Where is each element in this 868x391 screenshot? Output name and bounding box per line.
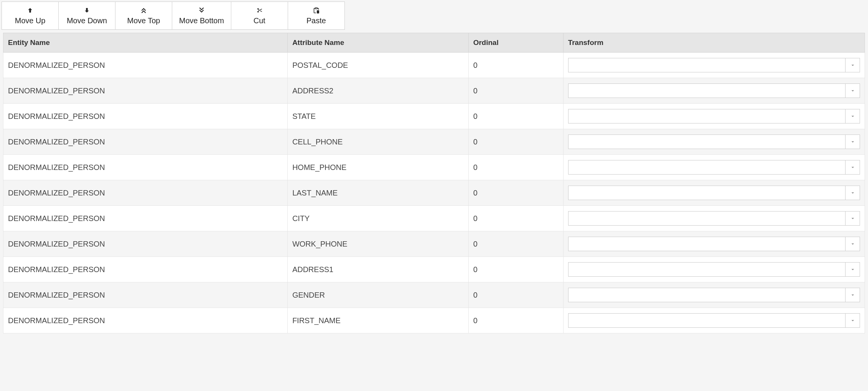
transform-input[interactable] xyxy=(569,314,845,327)
transform-combo[interactable] xyxy=(568,313,860,328)
table-row[interactable]: DENORMALIZED_PERSONGENDER0 xyxy=(3,282,865,308)
cell-ordinal[interactable]: 0 xyxy=(468,282,563,308)
paste-button[interactable]: Paste xyxy=(288,2,345,30)
cell-attribute-name[interactable]: STATE xyxy=(288,104,469,129)
cell-transform xyxy=(563,155,865,180)
cell-entity-name[interactable]: DENORMALIZED_PERSON xyxy=(3,53,288,78)
cell-attribute-name[interactable]: LAST_NAME xyxy=(288,180,469,206)
header-entity-name[interactable]: Entity Name xyxy=(3,33,288,53)
cell-ordinal[interactable]: 0 xyxy=(468,257,563,282)
cell-transform xyxy=(563,206,865,231)
cell-ordinal[interactable]: 0 xyxy=(468,155,563,180)
chevron-down-icon[interactable] xyxy=(845,58,860,72)
cell-attribute-name[interactable]: WORK_PHONE xyxy=(288,231,469,257)
transform-input[interactable] xyxy=(569,160,845,174)
cell-attribute-name[interactable]: HOME_PHONE xyxy=(288,155,469,180)
transform-combo[interactable] xyxy=(568,186,860,200)
cell-entity-name[interactable]: DENORMALIZED_PERSON xyxy=(3,180,288,206)
transform-input[interactable] xyxy=(569,263,845,276)
move-bottom-label: Move Bottom xyxy=(179,16,224,25)
cell-transform xyxy=(563,308,865,333)
table-row[interactable]: DENORMALIZED_PERSONFIRST_NAME0 xyxy=(3,308,865,333)
cell-ordinal[interactable]: 0 xyxy=(468,206,563,231)
transform-combo[interactable] xyxy=(568,58,860,72)
move-up-button[interactable]: Move Up xyxy=(2,2,59,30)
chevron-down-icon[interactable] xyxy=(845,288,860,302)
move-top-button[interactable]: Move Top xyxy=(115,2,172,30)
transform-input[interactable] xyxy=(569,288,845,302)
chevron-down-icon[interactable] xyxy=(845,186,860,200)
toolbar: Move Up Move Down Move Top Move Bottom C… xyxy=(0,0,868,30)
table-row[interactable]: DENORMALIZED_PERSONADDRESS20 xyxy=(3,78,865,104)
table-row[interactable]: DENORMALIZED_PERSONADDRESS10 xyxy=(3,257,865,282)
transform-input[interactable] xyxy=(569,58,845,72)
cell-ordinal[interactable]: 0 xyxy=(468,231,563,257)
cell-attribute-name[interactable]: FIRST_NAME xyxy=(288,308,469,333)
cell-entity-name[interactable]: DENORMALIZED_PERSON xyxy=(3,104,288,129)
table-row[interactable]: DENORMALIZED_PERSONPOSTAL_CODE0 xyxy=(3,53,865,78)
cell-transform xyxy=(563,180,865,206)
transform-input[interactable] xyxy=(569,212,845,225)
cut-button[interactable]: Cut xyxy=(231,2,288,30)
transform-input[interactable] xyxy=(569,186,845,200)
move-down-button[interactable]: Move Down xyxy=(58,2,115,30)
move-up-label: Move Up xyxy=(15,16,45,25)
cell-ordinal[interactable]: 0 xyxy=(468,53,563,78)
chevron-down-icon[interactable] xyxy=(845,314,860,327)
cell-attribute-name[interactable]: POSTAL_CODE xyxy=(288,53,469,78)
chevron-down-icon[interactable] xyxy=(845,84,860,98)
table-row[interactable]: DENORMALIZED_PERSONCITY0 xyxy=(3,206,865,231)
cell-entity-name[interactable]: DENORMALIZED_PERSON xyxy=(3,231,288,257)
chevron-down-icon[interactable] xyxy=(845,263,860,276)
cell-attribute-name[interactable]: ADDRESS2 xyxy=(288,78,469,104)
cell-attribute-name[interactable]: CITY xyxy=(288,206,469,231)
cell-entity-name[interactable]: DENORMALIZED_PERSON xyxy=(3,129,288,155)
cell-entity-name[interactable]: DENORMALIZED_PERSON xyxy=(3,206,288,231)
cell-entity-name[interactable]: DENORMALIZED_PERSON xyxy=(3,308,288,333)
transform-input[interactable] xyxy=(569,109,845,123)
table-row[interactable]: DENORMALIZED_PERSONLAST_NAME0 xyxy=(3,180,865,206)
cell-ordinal[interactable]: 0 xyxy=(468,180,563,206)
chevron-down-icon[interactable] xyxy=(845,160,860,174)
transform-combo[interactable] xyxy=(568,160,860,175)
cell-entity-name[interactable]: DENORMALIZED_PERSON xyxy=(3,155,288,180)
table-row[interactable]: DENORMALIZED_PERSONWORK_PHONE0 xyxy=(3,231,865,257)
chevron-down-icon[interactable] xyxy=(845,237,860,251)
transform-combo[interactable] xyxy=(568,262,860,277)
move-bottom-button[interactable]: Move Bottom xyxy=(172,2,231,30)
table-row[interactable]: DENORMALIZED_PERSONCELL_PHONE0 xyxy=(3,129,865,155)
transform-input[interactable] xyxy=(569,135,845,149)
transform-combo[interactable] xyxy=(568,237,860,251)
cell-ordinal[interactable]: 0 xyxy=(468,104,563,129)
cell-transform xyxy=(563,231,865,257)
chevron-down-icon[interactable] xyxy=(845,109,860,123)
attributes-table-wrap: Entity Name Attribute Name Ordinal Trans… xyxy=(3,33,865,333)
chevron-down-icon[interactable] xyxy=(845,135,860,149)
transform-input[interactable] xyxy=(569,237,845,251)
transform-combo[interactable] xyxy=(568,109,860,123)
transform-combo[interactable] xyxy=(568,83,860,98)
chevron-down-icon[interactable] xyxy=(845,212,860,225)
cell-entity-name[interactable]: DENORMALIZED_PERSON xyxy=(3,78,288,104)
table-row[interactable]: DENORMALIZED_PERSONSTATE0 xyxy=(3,104,865,129)
transform-combo[interactable] xyxy=(568,211,860,226)
cell-attribute-name[interactable]: CELL_PHONE xyxy=(288,129,469,155)
cell-entity-name[interactable]: DENORMALIZED_PERSON xyxy=(3,257,288,282)
header-ordinal[interactable]: Ordinal xyxy=(468,33,563,53)
cell-ordinal[interactable]: 0 xyxy=(468,308,563,333)
cell-transform xyxy=(563,129,865,155)
transform-combo[interactable] xyxy=(568,135,860,149)
table-row[interactable]: DENORMALIZED_PERSONHOME_PHONE0 xyxy=(3,155,865,180)
header-transform[interactable]: Transform xyxy=(563,33,865,53)
transform-input[interactable] xyxy=(569,84,845,98)
header-attribute-name[interactable]: Attribute Name xyxy=(288,33,469,53)
cell-attribute-name[interactable]: GENDER xyxy=(288,282,469,308)
cell-entity-name[interactable]: DENORMALIZED_PERSON xyxy=(3,282,288,308)
cell-transform xyxy=(563,53,865,78)
cell-attribute-name[interactable]: ADDRESS1 xyxy=(288,257,469,282)
cell-transform xyxy=(563,282,865,308)
cell-ordinal[interactable]: 0 xyxy=(468,129,563,155)
scissors-icon xyxy=(255,6,264,14)
cell-ordinal[interactable]: 0 xyxy=(468,78,563,104)
transform-combo[interactable] xyxy=(568,288,860,302)
